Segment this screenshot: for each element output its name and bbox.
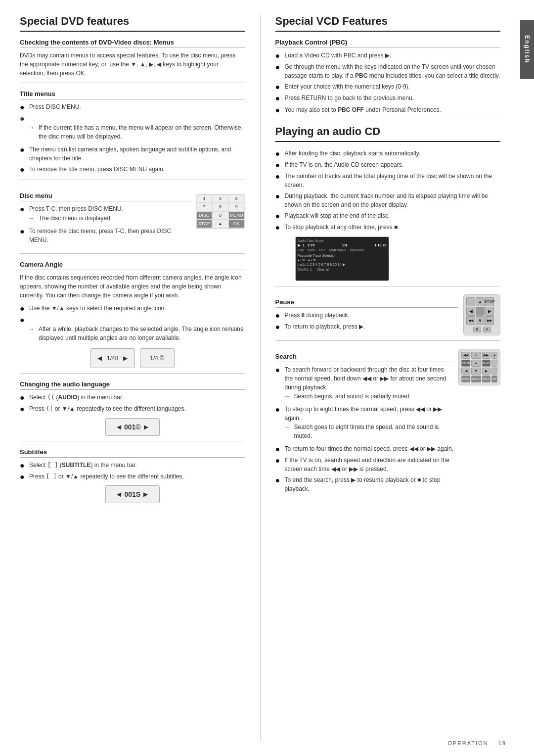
subtitles-list: ● Select [ ] (SUBTITLE) in the menu bar.… [20,461,245,481]
bullet-icon: ● [275,191,282,201]
pause-subtitle: Pause [275,298,459,308]
bullet-icon: ● [275,211,282,221]
divider-4 [20,373,245,374]
left-section-title: Special DVD features [20,15,245,32]
bullet-icon: ● [275,82,282,92]
cd-screen-image: Audio Disc Mode ▶ 1 2:79 1:4 1:13:78 pla… [295,236,389,281]
bullet-icon: ● [275,444,282,454]
list-item: ● To remove the title menu, press DISC M… [20,165,245,174]
list-item: ● The menu can list camera angles, spoke… [20,145,245,163]
list-item: ● Press T-C, then press DISC MENU. → The… [20,204,191,225]
divider-r2 [275,286,501,286]
list-item: ● Press (( or ▼/▲ repeatedly to see the … [20,404,245,414]
list-item: ● The number of tracks and the total pla… [275,172,501,189]
divider-3 [20,253,245,254]
subtitle-image: ◀ 001S ▶ [20,485,245,503]
pbc-subtitle: Playback Control (PBC) [275,39,501,48]
list-item: ● Press RETURN to go back to the previou… [275,94,501,103]
list-item: ● To remove the disc menu, press T-C, th… [20,227,191,244]
bullet-icon: ● [20,304,27,313]
list-item: ● Playback will stop at the end of the d… [275,211,501,221]
bullet-icon: ● [275,105,282,115]
bullet-icon: ● [275,51,282,60]
audio-cd-list: ● After loading the disc, playback start… [275,149,501,233]
list-item: ● To return to playback, press ▶. [275,322,459,331]
disc-menu-section: Disc menu ● Press T-C, then press DISC M… [20,185,245,248]
bullet-icon: ● [275,475,282,485]
list-item: ● → If the current title has a menu, the… [20,114,245,143]
divider-r1 [275,120,501,120]
bullet-icon: ● [275,311,282,320]
divider-5 [20,441,245,441]
footer: Operation 19 [448,740,506,746]
audio-language-subtitle: Changing the audio language [20,380,245,390]
arrow-icon: → [29,325,37,333]
list-item: ● After loading the disc, playback start… [275,149,501,158]
bullet-icon: ● [275,62,282,72]
main-content: Special DVD features Checking the conten… [0,0,520,756]
list-item: ● Load a Video CD with PBC and press ▶. [275,51,501,60]
arrow-icon: → [284,423,292,431]
bullet-icon: ● [275,322,282,331]
arrow-icon: → [29,214,37,223]
bullet-icon: ● [275,405,282,414]
footer-label: Operation [448,740,489,746]
list-item: ● If the TV is on, the Audio CD screen a… [275,160,501,170]
disc-menu-list: ● Press T-C, then press DISC MENU. → The… [20,204,191,244]
bullet-icon: ● [20,472,27,481]
list-item: ● Select (( (AUDIO) in the menu bar. [20,393,245,402]
list-item: ● → After a while, playback changes to t… [20,315,245,344]
bullet-icon: ● [275,365,282,375]
side-tab: English [520,20,534,79]
list-item: ● Select [ ] (SUBTITLE) in the menu bar. [20,461,245,470]
list-item: ● To return to four times the normal spe… [275,444,454,454]
bullet-icon: ● [20,145,27,154]
camera-angle-subtitle: Camera Angle [20,261,245,270]
pbc-list: ● Load a Video CD with PBC and press ▶. … [275,51,501,115]
audio-language-list: ● Select (( (AUDIO) in the menu bar. ● P… [20,393,245,414]
bullet-icon: ● [20,165,27,174]
arrow-icon: → [29,123,37,132]
bullet-icon: ● [275,149,282,158]
search-remote-image: ◀◀ II ▶▶ ● STOP ▲ PLAY ◀ ▼ ▶ [458,349,500,385]
footer-page: 19 [498,740,506,746]
side-tab-label: English [524,35,531,63]
bullet-icon: ● [20,102,27,112]
audio-lang-image: ◀ 001© ▶ [20,418,245,436]
disc-menu-subtitle: Disc menu [20,192,191,201]
subtitles-subtitle: Subtitles [20,448,245,458]
bullet-icon: ● [275,172,282,181]
list-item: ● You may also set to PBC OFF under Pers… [275,105,501,115]
list-item: ● Use the ▼/▲ keys to select the require… [20,304,245,313]
left-column: Special DVD features Checking the conten… [20,15,261,741]
divider-2 [20,180,245,180]
title-menus-subtitle: Title menus [20,90,245,99]
list-item: ● To search forward or backward through … [275,365,454,403]
list-item: ● Go through the menu with the keys indi… [275,62,501,80]
page-container: English Special DVD features Checking th… [0,0,534,756]
camera-angle-list: ● Use the ▼/▲ keys to select the require… [20,304,245,344]
search-section: Search ● To search forward or backward t… [275,346,501,497]
title-menus-list: ● Press DISC MENU. ● → If the current ti… [20,102,245,175]
list-item: ● To end the search, press ▶ to resume p… [275,475,454,493]
list-item: ● Press [ ] or ▼/▲ repeatedly to see the… [20,472,245,481]
bullet-icon: ● [275,94,282,103]
keypad-image: 4 5 6 7 8 9 DISC 0 MENU STOP ▲ OK [196,194,245,229]
audio-cd-title: Playing an audio CD [275,125,501,142]
bullet-icon: ● [275,160,282,170]
search-list: ● To search forward or backward through … [275,365,454,493]
right-section-title: Special VCD Features [275,15,501,32]
checking-body: DVDs may contain menus to access special… [20,51,245,78]
search-subtitle: Search [275,353,454,362]
pause-list: ● Press II during playback. ● To return … [275,311,459,331]
list-item: ● Press II during playback. [275,311,459,320]
bullet-icon: ● [275,223,282,232]
list-item: ● To stop playback at any other time, pr… [275,223,501,232]
list-item: ● During playback, the current track num… [275,191,501,209]
bullet-icon: ● [20,204,27,214]
angle-images: ◀ 1/48 ▶ 1/4 © [20,348,245,368]
bullet-icon: ● [20,404,27,414]
list-item: ● To step up to eight times the normal s… [275,405,454,442]
list-item: ● Enter your choice with the numerical k… [275,82,501,92]
checking-subtitle: Checking the contents of DVD-Video discs… [20,39,245,48]
